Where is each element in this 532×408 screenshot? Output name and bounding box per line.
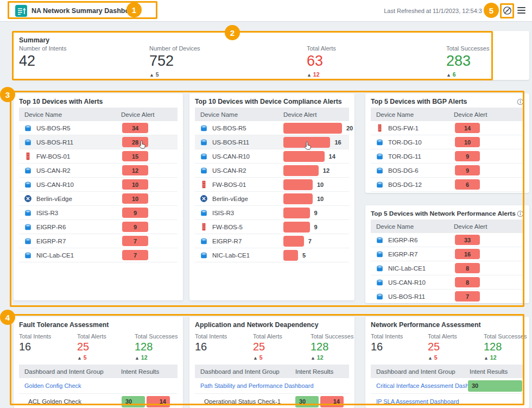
table-row[interactable]: FW-BOS-0110 (195, 178, 349, 192)
table-row[interactable]: ISIS-R39 (195, 206, 349, 220)
table-row[interactable]: US-BOS-R534 (19, 121, 178, 135)
alert-count-badge[interactable]: 8 (455, 263, 480, 273)
intent-group-link[interactable]: Path Stability and Performance Dashboard (200, 382, 314, 389)
table-row[interactable]: ISIS-R39 (19, 206, 178, 220)
panel-title: Top 10 Devices with Device Compliance Al… (195, 98, 342, 105)
device-name: FW-BOS-01 (36, 153, 70, 160)
column-device-name: Device Name (200, 111, 238, 118)
table-row[interactable]: US-CAN-R1014 (195, 149, 349, 164)
alert-count-badge[interactable]: 9 (455, 151, 480, 161)
alert-bar[interactable] (283, 208, 310, 218)
table-row[interactable]: US-CAN-R1010 (19, 178, 178, 192)
table-row[interactable]: NIC-Lab-CE17 (19, 248, 178, 262)
column-intent-results: Intent Results (121, 368, 159, 375)
alert-count-badge[interactable]: 33 (455, 235, 480, 245)
column-device-name: Device Name (24, 111, 62, 118)
table-row[interactable]: FW-BOS-59 (195, 220, 349, 234)
alert-bar[interactable] (283, 165, 319, 176)
table-row[interactable]: BOS-DG-126 (371, 178, 524, 192)
table-row[interactable]: EIGRP-R716 (371, 247, 524, 261)
alert-count-badge[interactable]: 7 (122, 236, 148, 246)
intent-table: Dashboard and Intent Group Intent Result… (371, 365, 524, 408)
alert-bar[interactable]: 14 (147, 396, 170, 407)
device-table: Device Name Device Alert BOS-FW-114 TOR-… (371, 108, 524, 192)
success-bar[interactable]: 30 (122, 396, 145, 407)
alert-count-badge[interactable]: 16 (455, 249, 480, 259)
success-bar[interactable]: 30 (468, 380, 522, 392)
alert-count-badge[interactable]: 14 (455, 123, 480, 133)
table-row: Path Stability and Performance Dashboard (195, 378, 349, 394)
table-row[interactable]: EIGRP-R77 (19, 234, 178, 248)
table-row[interactable]: US-BOS-R117 (371, 290, 524, 303)
alert-bar[interactable] (283, 222, 310, 233)
table-row[interactable]: TOR-DG-1010 (371, 135, 524, 149)
menu-icon[interactable] (517, 7, 525, 15)
success-bar[interactable]: 30 (295, 396, 319, 407)
summary-title: Summary (19, 36, 49, 44)
alert-count-badge[interactable]: 34 (122, 123, 148, 133)
table-row[interactable]: FW-BOS-0115 (19, 149, 178, 164)
alert-count-badge[interactable]: 6 (455, 179, 480, 190)
table-row[interactable]: NIC-Lab-CE15 (195, 248, 349, 262)
table-row[interactable]: BOS-DG-69 (371, 164, 524, 178)
device-name: US-BOS-R11 (212, 139, 249, 146)
stat-total-intents: Total Intents 16 (195, 333, 227, 353)
table-row[interactable]: US-CAN-R212 (19, 164, 178, 178)
intent-results-bars: 30 (468, 380, 522, 392)
alert-count-badge[interactable]: 10 (122, 179, 148, 190)
table-row[interactable]: US-CAN-R212 (195, 164, 349, 178)
table-row[interactable]: US-CAN-R108 (371, 275, 524, 290)
table-header: Dashboard and Intent Group Intent Result… (195, 365, 349, 378)
alert-count-badge[interactable]: 7 (455, 291, 480, 302)
alert-bar-value: 9 (314, 224, 318, 230)
column-intent-results: Intent Results (470, 368, 508, 375)
alert-count-badge[interactable]: 7 (122, 250, 148, 260)
table-row[interactable]: US-BOS-R1128 (19, 135, 178, 149)
alert-count-badge[interactable]: 15 (122, 151, 148, 161)
device-name: US-BOS-R11 (36, 139, 73, 146)
alert-count-badge[interactable]: 28 (122, 137, 148, 147)
table-row[interactable]: Berlin-vEdge10 (195, 192, 349, 206)
table-row[interactable]: NIC-Lab-CE18 (371, 261, 524, 275)
alert-bar[interactable] (283, 250, 298, 261)
alert-bar[interactable] (283, 137, 330, 148)
alert-bar[interactable] (283, 236, 304, 247)
device-name: Berlin-vEdge (36, 196, 72, 202)
alert-count-badge[interactable]: 10 (455, 137, 480, 147)
router-icon (24, 138, 32, 146)
table-row[interactable]: BOS-FW-114 (371, 121, 524, 135)
info-icon[interactable] (517, 98, 524, 105)
panel-title: Top 5 Devices with Network Performance A… (371, 210, 516, 217)
alert-bar-value: 7 (308, 238, 312, 244)
table-row[interactable]: US-BOS-R1116 (195, 135, 349, 149)
router-icon (24, 251, 32, 259)
intent-group-link[interactable]: IP SLA Assessment Dashboard (376, 398, 459, 405)
table-row[interactable]: TOR-DG-119 (371, 149, 524, 164)
stat-number-of-intents: Number of Intents 42 (19, 45, 66, 70)
table-row[interactable]: Berlin-vEdge10 (19, 192, 178, 206)
table-row[interactable]: EIGRP-R69 (19, 220, 178, 234)
alert-count-badge[interactable]: 9 (455, 165, 480, 175)
alert-bar[interactable]: 14 (320, 396, 344, 407)
callout-4: 4 (0, 310, 15, 325)
table-row[interactable]: EIGRP-R77 (195, 234, 349, 248)
alert-bar[interactable] (283, 151, 325, 162)
table-row[interactable]: EIGRP-R633 (371, 233, 524, 247)
table-row[interactable]: US-BOS-R520 (195, 121, 349, 135)
intent-item-label: Operational Status Check-1 (204, 398, 281, 405)
alert-count-badge[interactable]: 9 (122, 208, 148, 218)
router-icon (24, 209, 32, 217)
intent-group-link[interactable]: Golden Config Check (24, 382, 81, 389)
alert-bar[interactable] (283, 179, 313, 190)
alert-bar[interactable] (283, 123, 342, 134)
router-icon (376, 152, 384, 160)
alert-count-badge[interactable]: 8 (455, 277, 480, 287)
device-name: US-BOS-R11 (388, 293, 425, 300)
table-header: Dashboard and Intent Group Intent Result… (19, 365, 178, 378)
alert-count-badge[interactable]: 12 (122, 165, 148, 175)
alert-count-badge[interactable]: 10 (122, 193, 148, 204)
eye-off-icon[interactable] (502, 5, 512, 16)
info-icon[interactable] (517, 210, 524, 217)
alert-count-badge[interactable]: 9 (122, 222, 148, 232)
alert-bar[interactable] (283, 193, 313, 204)
